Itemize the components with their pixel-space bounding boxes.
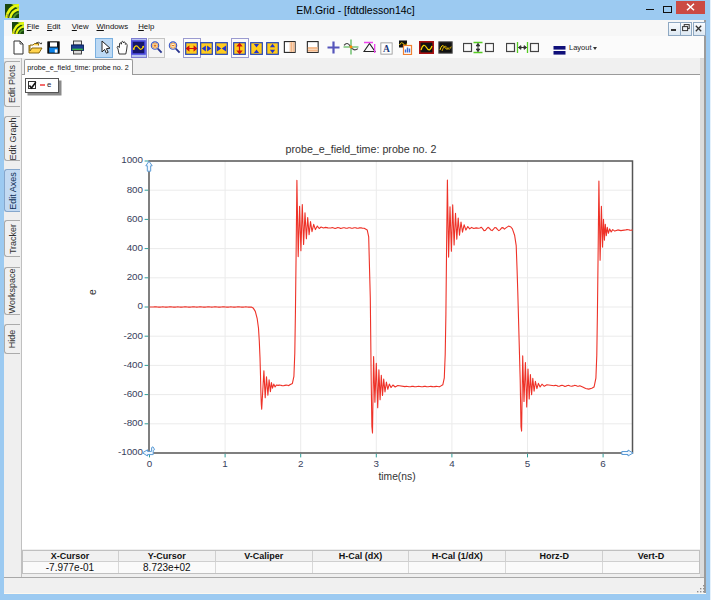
svg-text:2: 2 — [298, 458, 303, 469]
svg-text:0: 0 — [147, 458, 153, 469]
svg-text:5: 5 — [525, 458, 531, 469]
svg-text:800: 800 — [127, 184, 144, 195]
svg-text:400: 400 — [127, 242, 144, 253]
svg-text:-400: -400 — [123, 359, 143, 370]
svg-text:3: 3 — [374, 458, 380, 469]
svg-text:-600: -600 — [123, 388, 143, 399]
svg-text:1000: 1000 — [121, 154, 143, 165]
svg-text:probe_e_field_time: probe no.: probe_e_field_time: probe no. 2 — [286, 143, 437, 155]
svg-text:600: 600 — [127, 213, 144, 224]
svg-text:200: 200 — [127, 271, 144, 282]
svg-text:-800: -800 — [123, 417, 143, 428]
svg-text:e: e — [87, 289, 98, 295]
svg-text:6: 6 — [600, 458, 606, 469]
svg-text:0: 0 — [138, 300, 144, 311]
svg-text:-1000: -1000 — [118, 446, 144, 457]
svg-text:-200: -200 — [123, 330, 143, 341]
svg-text:A: A — [383, 44, 390, 54]
svg-text:1: 1 — [222, 458, 227, 469]
svg-text:time(ns): time(ns) — [378, 471, 415, 482]
svg-text:4: 4 — [449, 458, 455, 469]
